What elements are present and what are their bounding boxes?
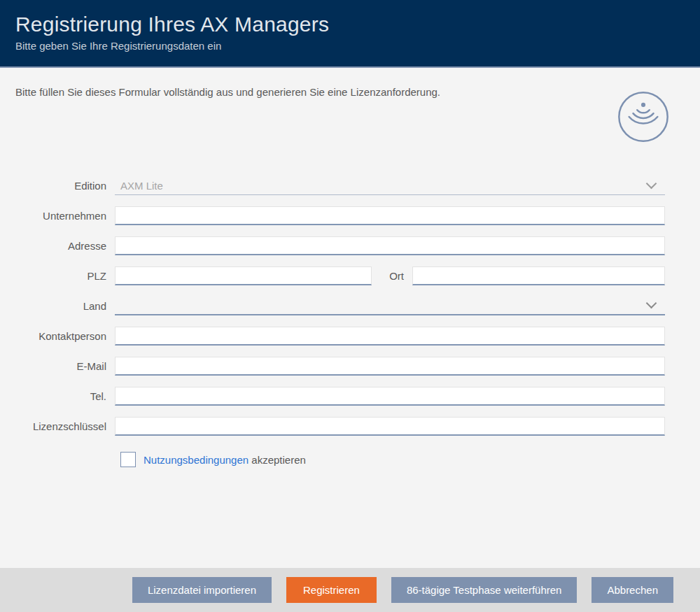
ort-label: Ort	[372, 270, 412, 282]
kontaktperson-label: Kontaktperson	[15, 330, 115, 342]
edition-select[interactable]: AXM Lite	[115, 176, 665, 195]
form-row-email: E-Mail	[15, 357, 665, 376]
kontaktperson-input[interactable]	[115, 327, 665, 346]
unternehmen-input[interactable]	[115, 206, 665, 225]
lizenzschluessel-input[interactable]	[115, 417, 665, 436]
adresse-input[interactable]	[115, 236, 665, 255]
form-row-unternehmen: Unternehmen	[15, 206, 665, 225]
form-row-tel: Tel.	[15, 387, 665, 406]
chevron-down-icon	[646, 178, 657, 189]
edition-label: Edition	[15, 180, 115, 192]
form-row-adresse: Adresse	[15, 236, 665, 255]
form-row-kontaktperson: Kontaktperson	[15, 327, 665, 346]
form-row-lizenzschluessel: Lizenzschlüssel	[15, 417, 665, 436]
terms-row: Nutzungsbedingungen akzeptieren	[120, 452, 685, 467]
dialog-body: Bitte füllen Sie dieses Formular vollstä…	[0, 68, 700, 568]
terms-link[interactable]: Nutzungsbedingungen	[144, 454, 248, 466]
plz-input[interactable]	[115, 266, 372, 285]
form-row-plz-ort: PLZ Ort	[15, 266, 665, 285]
tel-input[interactable]	[115, 387, 665, 406]
edition-select-value: AXM Lite	[120, 180, 648, 192]
import-license-file-button[interactable]: Lizenzdatei importieren	[132, 577, 272, 603]
dialog-title: Registrierung Ihres AX Managers	[15, 13, 685, 36]
email-label: E-Mail	[15, 360, 115, 372]
form-row-land: Land	[15, 297, 665, 315]
land-select[interactable]	[115, 297, 665, 315]
chevron-down-icon	[646, 298, 657, 309]
email-input[interactable]	[115, 357, 665, 376]
land-label: Land	[15, 300, 115, 312]
continue-trial-button[interactable]: 86-tägige Testphase weiterführen	[391, 577, 578, 603]
dialog-subtitle: Bitte geben Sie Ihre Registrierungsdaten…	[15, 40, 685, 52]
dialog-footer: Lizenzdatei importieren Registrieren 86-…	[0, 568, 700, 612]
intro-row: Bitte füllen Sie dieses Formular vollstä…	[15, 85, 685, 164]
unternehmen-label: Unternehmen	[15, 210, 115, 222]
form-row-edition: Edition AXM Lite	[15, 176, 665, 195]
terms-checkbox[interactable]	[120, 452, 136, 467]
lizenzschluessel-label: Lizenzschlüssel	[15, 420, 115, 432]
ort-input[interactable]	[412, 266, 665, 285]
registration-dialog: Registrierung Ihres AX Managers Bitte ge…	[0, 0, 700, 612]
tel-label: Tel.	[15, 390, 115, 402]
dialog-header: Registrierung Ihres AX Managers Bitte ge…	[0, 0, 700, 68]
adresse-label: Adresse	[15, 240, 115, 252]
transponder-signal-icon	[617, 90, 670, 143]
intro-text: Bitte füllen Sie dieses Formular vollstä…	[15, 85, 440, 99]
plz-label: PLZ	[15, 270, 115, 282]
terms-label: Nutzungsbedingungen akzeptieren	[144, 454, 306, 466]
registration-form: Edition AXM Lite Unternehmen Adresse PLZ…	[15, 176, 685, 436]
terms-suffix: akzeptieren	[251, 454, 306, 466]
register-button[interactable]: Registrieren	[286, 577, 377, 603]
cancel-button[interactable]: Abbrechen	[592, 577, 673, 603]
